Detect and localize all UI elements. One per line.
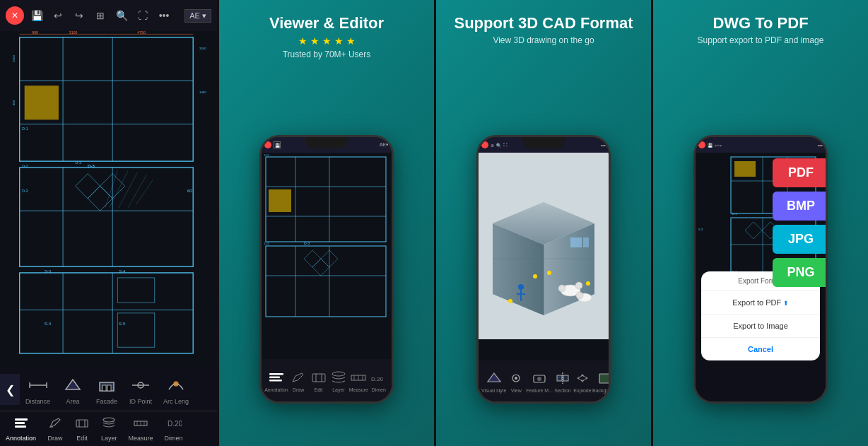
tool-distance[interactable]: Distance [20,371,56,408]
svg-point-54 [174,382,178,386]
svg-rect-50 [102,385,106,391]
svg-text:S-4: S-4 [45,321,52,326]
draw-nav-icon [47,416,63,433]
export-to-pdf-option[interactable]: Export to PDF [701,291,820,315]
phone-tool-visual[interactable]: Visual style [481,370,506,393]
png-badge[interactable]: PNG [773,258,828,287]
ae-badge[interactable]: AE ▾ [184,9,211,23]
svg-marker-118 [488,373,500,382]
star-1: ★ [298,35,307,47]
svg-text:3500: 3500 [199,47,206,50]
nav-draw[interactable]: Draw [47,416,63,442]
draw-nav-label: Draw [48,435,63,442]
phone-tool-annotation[interactable]: Annotation [264,369,288,392]
phone-tool-explode[interactable]: Explode [573,370,592,393]
phone-tool-layer[interactable]: Layer [329,369,348,392]
area-icon [61,374,84,397]
phone-tool-background[interactable]: Backgroun... [592,370,611,393]
svg-text:S-3: S-3 [45,269,52,274]
dimen-nav-icon: D.20 [166,416,182,433]
copy-icon[interactable]: ⊞ [92,7,109,24]
phone-outer-panel3: ⊕ 🔍 ⛶ ••• [476,135,611,404]
phone-tool-section[interactable]: Section [553,370,573,393]
zoom-icon[interactable]: 🔍 [113,7,130,24]
dimen-nav-label: Dimen [165,435,183,442]
phone-notch-panel2 [305,137,348,148]
save-icon[interactable]: 💾 [28,7,45,24]
nav-measure[interactable]: Measure [129,416,153,442]
arcleng-icon [165,374,187,397]
undo-icon[interactable]: ↩ [49,7,66,24]
export-format-overlay: PDF BMP JPG PNG [773,158,828,287]
more-icon[interactable]: ••• [156,7,172,24]
phone-tool-measure[interactable]: Measure [348,369,368,392]
nav-layer[interactable]: Layer [101,416,117,442]
annotation-nav-label: Annotation [6,435,36,442]
phone-tool-feature[interactable]: Feature M... [526,370,553,393]
svg-point-117 [508,299,512,303]
svg-rect-125 [563,375,568,381]
svg-text:D.20: D.20 [371,376,383,382]
facade-icon [95,374,118,397]
svg-text:D-1: D-1 [732,212,737,216]
export-to-image-option[interactable]: Export to Image [701,315,820,338]
arcleng-label: Arc Leng [163,398,189,405]
phone-outer-panel4: 💾 ↩↪ ••• [693,135,828,404]
svg-text:D-1: D-1 [22,127,28,131]
phone-screen-panel4: 💾 ↩↪ ••• [696,137,826,401]
svg-rect-104 [570,237,582,247]
fullscreen-icon[interactable]: ⛶ [134,7,151,24]
svg-rect-49 [100,382,114,391]
scroll-left-button[interactable]: ❮ [0,374,20,405]
pdf-badge[interactable]: PDF [773,158,828,187]
annotation-nav-icon [13,416,29,433]
export-cancel-button[interactable]: Cancel [701,338,820,360]
tool-area[interactable]: Area [56,371,90,408]
svg-rect-17 [25,86,59,119]
mini-cad-svg: D-2 D-2 D-3 [262,153,392,336]
distance-label: Distance [25,398,50,405]
bmp-badge[interactable]: BMP [773,192,828,221]
close-button[interactable]: ✕ [6,6,24,25]
tool-facade[interactable]: Facade [90,371,124,408]
phone-tool-view[interactable]: View [506,370,526,393]
svg-rect-57 [15,426,26,428]
star-3: ★ [322,35,332,47]
facade-label: Facade [96,398,117,405]
phone-screen-panel2: 💾 AE▾ [262,137,392,401]
svg-text:990: 990 [32,31,38,35]
svg-text:4750: 4750 [137,31,146,35]
edit-nav-label: Edit [76,435,88,442]
phone-view-label: View [511,388,522,393]
phone-bottom-bar-panel2: Annotation Draw Edit [262,359,392,401]
panel3-title: Support 3D CAD Format [447,14,640,33]
nav-dimen[interactable]: D.20 Dimen [165,416,183,442]
nav-annotation[interactable]: Annotation [6,416,36,442]
svg-marker-128 [577,376,580,380]
phone-screen-panel3: ⊕ 🔍 ⛶ ••• [479,137,609,401]
phone-visual-label: Visual style [481,388,506,393]
phone-annotation-icon [266,369,286,386]
phone-section-icon [553,370,573,387]
star-2: ★ [310,35,319,47]
jpg-badge[interactable]: JPG [773,225,828,254]
svg-marker-127 [580,379,585,382]
phone-tool-edit[interactable]: Edit [309,369,329,392]
svg-marker-126 [580,374,585,377]
svg-text:W2: W2 [187,189,192,193]
redo-icon[interactable]: ↪ [71,7,88,24]
svg-text:3150: 3150 [69,31,78,35]
phone-tool-draw[interactable]: Draw [288,369,308,392]
panel4-subtitle: Support export to PDF and image [664,35,857,45]
phone-tool-dimen[interactable]: D.20 Dimen [369,369,389,392]
panel3-title-block: Support 3D CAD Format View 3D drawing on… [436,0,651,49]
phone-measure-icon [348,369,368,386]
phone-annotation-label: Annotation [264,387,288,392]
tool-arcleng[interactable]: Arc Leng [158,371,194,408]
panel-viewer-editor: Viewer & Editor ★ ★ ★ ★ ★ Trusted by 70M… [217,0,434,446]
tool-idpoint[interactable]: ID Point [124,371,158,408]
nav-edit[interactable]: Edit [74,416,90,442]
phone-explode-icon [573,370,592,387]
phone-section-label: Section [554,388,570,393]
svg-text:D-2: D-2 [264,153,269,157]
